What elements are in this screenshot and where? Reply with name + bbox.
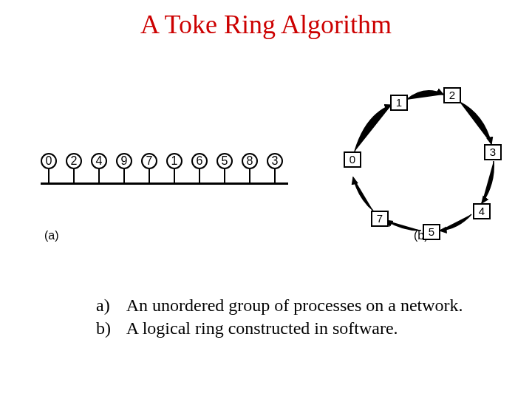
process-node: 4 <box>91 153 107 183</box>
process-id: 8 <box>242 153 258 169</box>
process-id: 3 <box>267 153 283 169</box>
process-id: 0 <box>41 153 57 169</box>
process-node: 5 <box>216 153 233 183</box>
process-id: 2 <box>66 153 82 169</box>
process-stem <box>224 169 225 183</box>
figure-a-label: (a) <box>44 229 59 242</box>
process-stem <box>174 169 175 183</box>
slide-title: A Toke Ring Algorithm <box>0 9 532 40</box>
process-stem <box>249 169 250 183</box>
process-node: 9 <box>116 153 132 183</box>
process-stem <box>48 169 50 183</box>
ring-node: 4 <box>473 203 491 219</box>
process-id: 1 <box>166 153 183 169</box>
process-stem <box>149 169 150 183</box>
ring-node: 5 <box>423 224 440 240</box>
caption-b-letter: b) <box>96 318 123 338</box>
caption-a-text: An unordered group of processes on a net… <box>126 296 463 315</box>
process-node: 7 <box>141 153 157 183</box>
process-id: 5 <box>216 153 233 169</box>
process-id: 9 <box>116 153 132 169</box>
figure-a: 0 2 4 9 7 1 6 <box>41 115 292 218</box>
figure-b: 0 1 2 3 4 5 6 3 7 <box>325 74 510 244</box>
process-node: 1 <box>166 153 183 183</box>
ring-node: 1 <box>390 95 408 111</box>
bus-line <box>41 183 288 185</box>
process-stem <box>98 169 100 183</box>
process-node: 6 <box>191 153 208 183</box>
process-node: 2 <box>66 153 82 183</box>
caption-b-text: A logical ring constructed in software. <box>126 318 398 338</box>
caption-a-letter: a) <box>96 296 123 316</box>
process-id: 7 <box>141 153 157 169</box>
ring-node: 7 <box>371 211 389 227</box>
process-stem <box>73 169 75 183</box>
process-node: 0 <box>41 153 57 183</box>
process-id: 6 <box>191 153 208 169</box>
caption-list: a) An unordered group of processes on a … <box>96 296 463 341</box>
caption-a: a) An unordered group of processes on a … <box>96 296 463 316</box>
caption-b: b) A logical ring constructed in softwar… <box>96 318 463 338</box>
process-id: 4 <box>91 153 107 169</box>
ring-node: 3 <box>484 144 502 160</box>
ring-node: 2 <box>443 87 461 103</box>
process-node: 8 <box>242 153 258 183</box>
process-stem <box>123 169 125 183</box>
process-stem <box>199 169 200 183</box>
ring-node: 0 <box>344 151 361 168</box>
process-stem <box>274 169 276 183</box>
process-node: 3 <box>267 153 283 183</box>
